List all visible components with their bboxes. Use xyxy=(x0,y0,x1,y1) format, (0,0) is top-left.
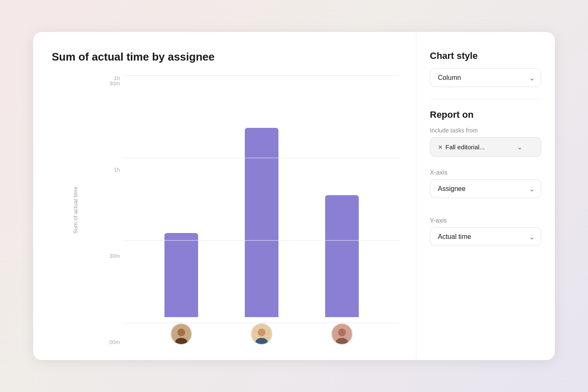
y-label-3: 00m xyxy=(109,339,120,345)
tasks-select-wrap[interactable]: ✕ Fall editorial... ⌄ xyxy=(430,137,541,157)
yaxis-section: Y-axis Actual time Estimated time Task c… xyxy=(430,217,541,246)
bar-2 xyxy=(245,128,278,317)
yaxis-select[interactable]: Actual time Estimated time Task count xyxy=(430,227,541,246)
y-label-0: 1h 30m xyxy=(102,75,120,86)
xaxis-section: X-axis Assignee Due date Project ⌄ xyxy=(430,169,541,198)
bar-3 xyxy=(325,195,359,317)
avatar-svg-2 xyxy=(252,323,272,345)
y-label-1: 1h xyxy=(114,167,120,172)
avatar-1 xyxy=(170,323,192,345)
chart-bars-area xyxy=(124,75,399,345)
tasks-chevron-icon: ⌄ xyxy=(517,143,522,151)
bar-col-3 xyxy=(325,195,359,345)
tasks-value: Fall editorial... xyxy=(445,143,485,151)
avatar-3 xyxy=(331,323,353,345)
y-axis-label: Sum of actual time xyxy=(72,186,79,233)
include-tasks-label: Include tasks from xyxy=(430,127,541,134)
y-labels: 1h 30m 1h 30m 00m xyxy=(102,75,124,345)
svg-point-4 xyxy=(258,328,265,336)
avatar-svg-1 xyxy=(171,323,191,345)
report-on-heading: Report on xyxy=(430,109,541,120)
y-axis-label-wrap: Sum of actual time xyxy=(52,75,99,345)
chart-style-select-wrap: Column Bar Line Pie ⌄ xyxy=(430,68,541,87)
chart-style-select[interactable]: Column Bar Line Pie xyxy=(430,68,541,87)
bar-1 xyxy=(164,233,198,317)
svg-point-1 xyxy=(177,328,185,336)
tasks-badge: ✕ Fall editorial... xyxy=(438,143,485,151)
divider-1 xyxy=(430,99,541,99)
avatar-2 xyxy=(251,323,273,345)
bars-row xyxy=(124,75,399,345)
chart-inner: 1h 30m 1h 30m 00m xyxy=(102,75,399,345)
xaxis-label: X-axis xyxy=(430,169,541,176)
chart-plot: 1h 30m 1h 30m 00m xyxy=(102,75,399,345)
right-panel: Chart style Column Bar Line Pie ⌄ Report… xyxy=(416,32,555,360)
xaxis-select-wrap: Assignee Due date Project ⌄ xyxy=(430,179,541,198)
chart-area: Sum of actual time by assignee Sum of ac… xyxy=(33,32,416,360)
chart-style-heading: Chart style xyxy=(430,50,541,61)
tasks-x-icon[interactable]: ✕ xyxy=(438,144,443,151)
chart-container: Sum of actual time 1h 30m 1h 30m 00m xyxy=(52,75,399,345)
yaxis-select-wrap: Actual time Estimated time Task count ⌄ xyxy=(430,227,541,246)
bar-col-2 xyxy=(245,128,278,345)
avatar-svg-3 xyxy=(332,323,352,345)
y-label-2: 30m xyxy=(109,253,120,259)
tasks-select-box[interactable]: ✕ Fall editorial... ⌄ xyxy=(430,137,541,157)
yaxis-label: Y-axis xyxy=(430,217,541,224)
bar-col-1 xyxy=(164,233,198,345)
svg-point-7 xyxy=(338,328,346,336)
chart-title: Sum of actual time by assignee xyxy=(52,50,399,64)
main-card: Sum of actual time by assignee Sum of ac… xyxy=(33,32,555,360)
xaxis-select[interactable]: Assignee Due date Project xyxy=(430,179,541,198)
